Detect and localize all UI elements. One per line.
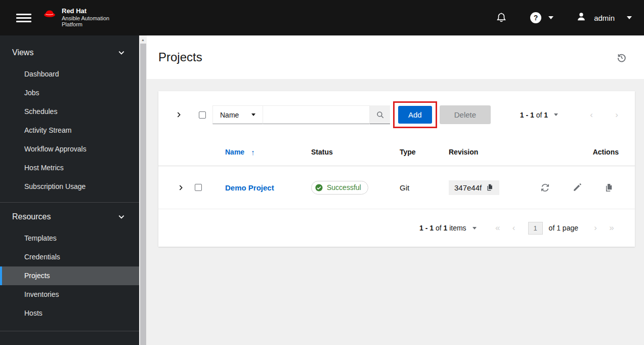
table-header-row: Name ↑ Status Type Revision Actions [158,138,635,166]
redhat-fedora-icon [42,9,58,21]
list-toolbar: Name Add Delete 1 - 1 of [158,91,635,138]
prev-page-icon: ‹ [508,223,520,233]
check-circle-icon [315,183,323,192]
sidebar-item-schedules[interactable]: Schedules [0,102,139,121]
user-icon [576,11,587,24]
table-footer: 1 - 1 of 1 items « ‹ 1 of 1 page › » [158,209,635,247]
brand-line2: Ansible Automation [62,15,109,22]
notifications-bell-icon[interactable] [496,12,507,23]
pagination-summary: 1 - 1 of 1 [520,111,548,119]
add-button[interactable]: Add [398,106,432,124]
annotation-highlight-box: Add [393,101,437,128]
next-page-icon: › [611,110,623,120]
last-page-icon: » [606,223,618,233]
brand-text: Red Hat Ansible Automation Platform [62,8,109,28]
pagination-of: of [536,111,542,119]
brand-line1: Red Hat [62,8,109,15]
search-icon [376,110,384,119]
main-area: Projects Name [147,35,644,345]
first-page-icon: « [492,223,504,233]
sidebar-item-host-metrics[interactable]: Host Metrics [0,159,139,177]
edit-project-pencil-icon[interactable] [573,183,582,192]
row-checkbox[interactable] [195,184,202,191]
nav-group-resources-label: Resources [12,212,51,221]
chevron-down-icon [118,213,125,220]
sidebar-item-inventories[interactable]: Inventories [0,285,139,304]
sidebar-nav: Views Dashboard Jobs Schedules Activity … [0,35,139,345]
history-icon[interactable] [616,52,627,63]
chevron-down-icon [118,49,125,56]
pagination-total: 1 [544,111,548,119]
username-label: admin [594,14,615,22]
revision-value: 347e44f [454,183,482,192]
items-word: items [449,224,466,232]
items-of: of [436,224,442,232]
column-header-revision: Revision [449,148,525,156]
next-page-icon: › [589,223,602,233]
type-cell: Git [400,183,449,192]
scrollbar-thumb[interactable] [140,44,146,345]
pagination-nav-top: ‹ › [572,110,623,120]
masthead: Red Hat Ansible Automation Platform ? [0,0,644,35]
column-header-name[interactable]: Name ↑ [215,148,311,157]
brand-line3: Platform [62,21,109,28]
status-label: Successful [327,183,361,191]
items-total: 1 [443,224,447,232]
revision-chip: 347e44f [449,180,499,195]
sync-project-icon[interactable] [540,183,550,193]
nav-divider [0,202,139,203]
prev-page-icon: ‹ [585,110,597,120]
sidebar-item-workflow-approvals[interactable]: Workflow Approvals [0,140,139,159]
copy-project-icon[interactable] [605,183,614,193]
delete-button: Delete [440,105,491,124]
page-title: Projects [158,50,202,64]
sidebar-item-dashboard[interactable]: Dashboard [0,65,139,84]
chevron-down-icon [554,113,558,116]
expand-all-chevron-icon[interactable] [166,111,191,118]
filter-key-label: Name [220,111,239,119]
sidebar-item-jobs[interactable]: Jobs [0,84,139,102]
items-range: 1 - 1 [419,224,434,232]
nav-toggle-icon[interactable] [16,12,31,24]
sidebar-item-activity-stream[interactable]: Activity Stream [0,121,139,140]
column-header-status: Status [311,148,400,156]
revision-cell: 347e44f [449,180,525,195]
page-header: Projects [147,35,644,79]
nav-group-resources[interactable]: Resources [0,205,139,229]
row-expand-chevron-icon[interactable] [166,184,195,191]
filter-key-select[interactable]: Name [212,105,263,124]
items-per-page-dropdown[interactable]: 1 - 1 of 1 items [419,224,477,232]
content: Name Add Delete 1 - 1 of [147,79,644,247]
help-menu[interactable]: ? [530,12,553,23]
user-menu[interactable]: admin [576,11,632,24]
sidebar-item-hosts[interactable]: Hosts [0,304,139,323]
items-summary: 1 - 1 of 1 items [419,224,466,232]
pagination-summary-dropdown[interactable]: 1 - 1 of 1 [520,111,558,119]
masthead-actions: ? admin [496,11,632,24]
sidebar-item-templates[interactable]: Templates [0,229,139,248]
sidebar-item-credentials[interactable]: Credentials [0,248,139,266]
column-header-name-label: Name [225,148,244,156]
sidebar-scrollbar[interactable]: ▲ [139,35,147,345]
nav-group-views[interactable]: Views [0,41,139,65]
sidebar-item-subscription-usage[interactable]: Subscription Usage [0,177,139,196]
brand-logo: Red Hat Ansible Automation Platform [42,8,109,28]
select-all-checkbox[interactable] [199,111,206,119]
chevron-down-icon [473,227,477,229]
sidebar-item-projects[interactable]: Projects [0,266,139,285]
copy-revision-icon[interactable] [486,183,494,191]
column-header-type: Type [400,148,449,156]
nav-divider [0,331,139,331]
chevron-down-icon [251,113,255,116]
chevron-down-icon [548,16,553,19]
pagination-range: 1 - 1 [520,111,534,119]
scrollbar-up-arrow-icon[interactable]: ▲ [139,35,147,44]
projects-list-card: Name Add Delete 1 - 1 of [158,91,635,247]
status-badge[interactable]: Successful [311,181,368,195]
sort-ascending-icon: ↑ [251,148,255,157]
status-cell: Successful [311,181,400,195]
nav-group-views-label: Views [12,48,33,57]
search-input[interactable] [263,105,370,124]
search-button[interactable] [370,105,390,124]
project-name-link[interactable]: Demo Project [225,183,274,192]
